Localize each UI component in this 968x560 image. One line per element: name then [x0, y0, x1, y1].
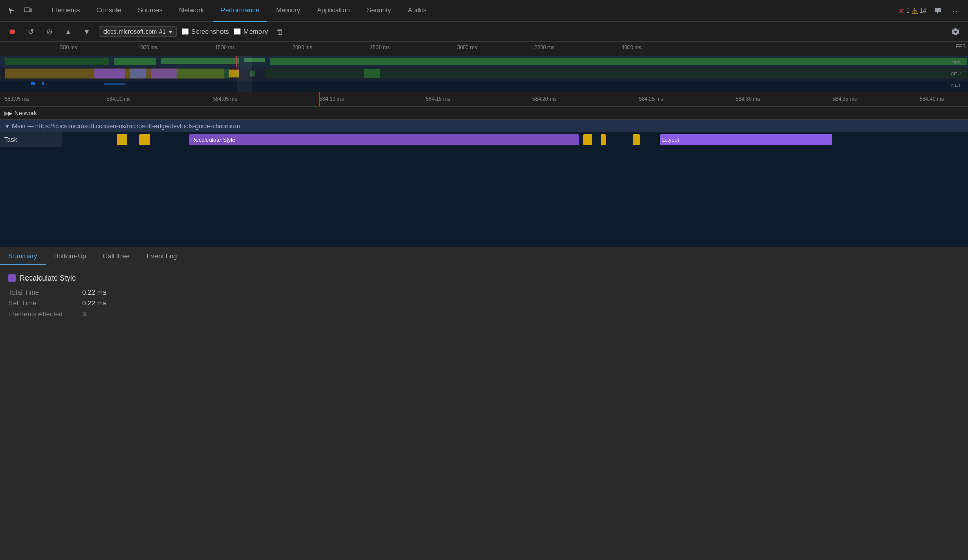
detail-tick-3: 584.10 ms	[319, 96, 344, 102]
network-section-header[interactable]: ▶ ▶ Network	[0, 107, 968, 119]
ruler-tick-7: 4000 ms	[620, 45, 642, 50]
feedback-icon[interactable]	[931, 4, 945, 18]
svg-rect-27	[237, 56, 252, 92]
tab-security[interactable]: Security	[359, 0, 398, 22]
flame-chart-body[interactable]: Task Recalculate Style Layout	[0, 132, 968, 247]
more-icon[interactable]: ···	[949, 4, 964, 18]
detail-tick-0: 583.95 ms	[5, 96, 29, 102]
detail-ruler: 583.95 ms 584.00 ms 584.05 ms 584.10 ms …	[0, 92, 968, 107]
tab-summary[interactable]: Summary	[0, 247, 46, 265]
total-time-row: Total Time 0.22 ms	[8, 288, 960, 296]
task-label: Task	[0, 132, 62, 147]
tab-application[interactable]: Application	[310, 0, 358, 22]
bottom-tabs: Summary Bottom-Up Call Tree Event Log	[0, 247, 968, 265]
stop-button[interactable]: ⊘	[43, 25, 56, 38]
recalculate-style-block[interactable]: Recalculate Style	[189, 134, 579, 145]
download-button[interactable]: ▼	[80, 25, 94, 38]
summary-event-name: Recalculate Style	[20, 274, 76, 282]
elements-affected-value: 3	[82, 310, 86, 318]
svg-rect-14	[177, 69, 229, 79]
network-section: ▶ ▶ Network	[0, 107, 968, 120]
overview-ruler: 500 ms 1000 ms 1500 ms 2000 ms 2500 ms 3…	[0, 42, 968, 56]
tab-elements[interactable]: Elements	[44, 0, 87, 22]
screenshots-checkbox[interactable]: Screenshots	[182, 28, 229, 35]
task-block-5[interactable]	[633, 134, 640, 145]
detail-tick-6: 584.25 ms	[639, 96, 663, 102]
svg-rect-21	[31, 82, 35, 85]
fps-label: FPS	[956, 44, 966, 49]
svg-rect-19	[364, 69, 380, 78]
settings-button[interactable]	[948, 24, 963, 39]
tab-performance[interactable]: Performance	[213, 0, 266, 22]
svg-rect-20	[0, 81, 968, 92]
error-badge[interactable]: ✕ 1 ⚠ 14	[898, 7, 926, 15]
tab-event-log[interactable]: Event Log	[138, 247, 186, 265]
tab-sources[interactable]: Sources	[130, 0, 170, 22]
layout-block[interactable]: Layout	[660, 134, 832, 145]
task-block-0[interactable]	[117, 134, 128, 145]
task-block-1[interactable]	[139, 134, 150, 145]
svg-rect-13	[151, 69, 177, 79]
detail-tick-1: 584.00 ms	[107, 96, 131, 102]
warn-icon: ⚠	[911, 7, 918, 15]
tab-network[interactable]: Network	[172, 0, 212, 22]
elements-affected-row: Elements Affected 3	[8, 310, 960, 318]
main-thread-header[interactable]: ▼ Main — https://docs.microsoft.com/en-u…	[0, 120, 968, 132]
total-time-label: Total Time	[8, 288, 76, 296]
tab-memory[interactable]: Memory	[269, 0, 308, 22]
svg-rect-5	[161, 58, 239, 64]
clear-button[interactable]: 🗑	[273, 25, 286, 38]
divider	[40, 6, 40, 16]
device-icon[interactable]	[21, 4, 35, 18]
reload-button[interactable]: ↺	[24, 25, 37, 38]
profile-name: docs.microsoft.com #1	[103, 28, 166, 35]
overview-chart[interactable]: FPS CPU NET	[0, 56, 968, 92]
svg-text:CPU: CPU	[951, 72, 961, 77]
record-button[interactable]: ⏺	[5, 25, 19, 38]
svg-text:NET: NET	[951, 83, 961, 88]
svg-rect-11	[94, 69, 125, 79]
cursor-icon[interactable]	[4, 4, 19, 18]
elements-affected-label: Elements Affected	[8, 310, 76, 318]
ruler-tick-3: 2000 ms	[291, 45, 312, 50]
task-canvas[interactable]: Recalculate Style Layout	[62, 132, 968, 147]
playhead-line	[319, 92, 320, 106]
ruler-tick-0: 500 ms	[58, 45, 77, 50]
svg-rect-28	[237, 56, 237, 92]
detail-tick-5: 584.20 ms	[532, 96, 557, 102]
memory-checkbox[interactable]: Memory	[234, 28, 268, 35]
profile-selector[interactable]: docs.microsoft.com #1 ▾	[99, 26, 177, 37]
error-count: 1	[906, 7, 910, 15]
svg-text:FPS: FPS	[952, 60, 961, 65]
ruler-tick-6: 3500 ms	[532, 45, 554, 50]
self-time-row: Self Time 0.22 ms	[8, 299, 960, 307]
svg-rect-12	[130, 69, 146, 79]
svg-rect-3	[5, 58, 109, 65]
tab-call-tree[interactable]: Call Tree	[95, 247, 138, 265]
task-row: Task Recalculate Style Layout	[0, 132, 968, 147]
task-block-3[interactable]	[583, 134, 592, 145]
memory-check-input[interactable]	[234, 28, 241, 35]
summary-panel: Recalculate Style Total Time 0.22 ms Sel…	[0, 265, 968, 329]
screenshots-check-input[interactable]	[182, 28, 189, 35]
tab-bottom-up[interactable]: Bottom-Up	[46, 247, 95, 265]
detail-tick-2: 584.05 ms	[213, 96, 238, 102]
ruler-tick-2: 1500 ms	[213, 45, 235, 50]
self-time-label: Self Time	[8, 299, 76, 307]
detail-tick-9: 584.40 ms	[920, 96, 944, 102]
upload-button[interactable]: ▲	[61, 25, 75, 38]
chevron-down-icon: ▾	[169, 28, 172, 35]
tab-console[interactable]: Console	[89, 0, 128, 22]
detail-tick-4: 584.15 ms	[426, 96, 450, 102]
main-thread-section: ▼ Main — https://docs.microsoft.com/en-u…	[0, 120, 968, 247]
bottom-panel: Summary Bottom-Up Call Tree Event Log Re…	[0, 247, 968, 329]
task-block-4[interactable]	[601, 134, 606, 145]
top-nav: Elements Console Sources Network Perform…	[0, 0, 968, 22]
summary-color-swatch	[8, 274, 16, 282]
svg-rect-4	[114, 58, 156, 65]
error-icon: ✕	[898, 7, 905, 15]
tab-audits[interactable]: Audits	[400, 0, 434, 22]
svg-rect-22	[42, 82, 44, 85]
self-time-value: 0.22 ms	[82, 299, 106, 307]
nav-right: ✕ 1 ⚠ 14 ···	[898, 4, 964, 18]
